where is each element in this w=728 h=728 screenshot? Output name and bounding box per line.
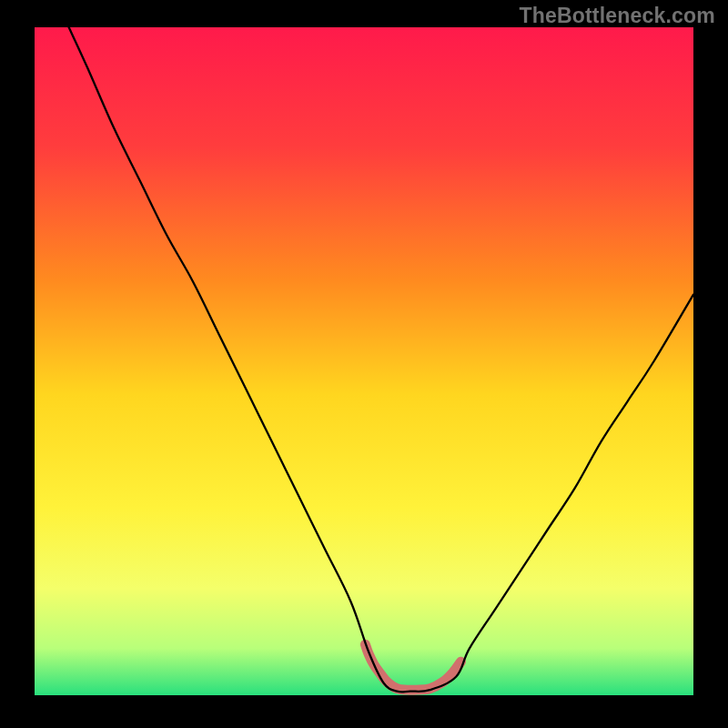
watermark-text: TheBottleneck.com — [519, 4, 715, 28]
gradient-background — [35, 27, 693, 695]
chart-frame: { "watermark": "TheBottleneck.com", "cha… — [0, 0, 728, 728]
bottleneck-chart — [0, 0, 728, 728]
